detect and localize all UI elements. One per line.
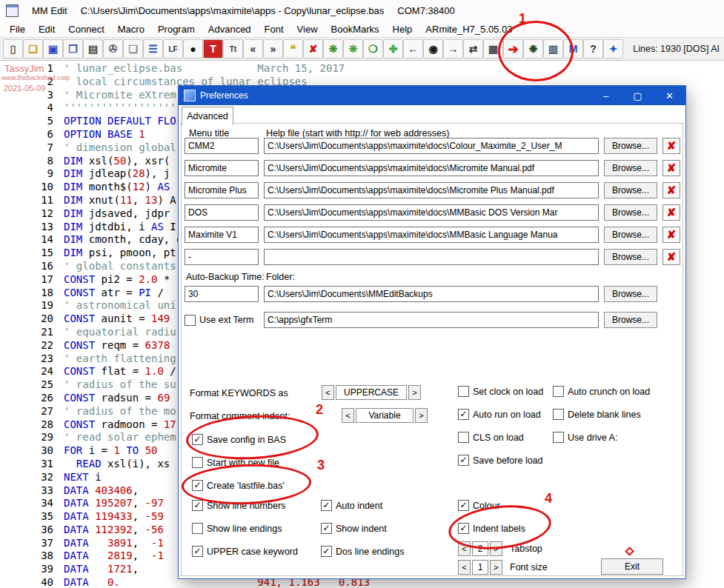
format-keywords-spinner-decrement-button[interactable]: < — [322, 385, 334, 400]
backup-time-input[interactable]: 30 — [185, 286, 259, 302]
help-file-input-5[interactable]: C:\Users\Jim\Documents\apps\maximite\doc… — [264, 227, 599, 243]
remove-doc-button-6[interactable]: ✘ — [662, 249, 680, 265]
doc-row-1: CMM2C:\Users\Jim\Documents\apps\maximite… — [185, 138, 680, 154]
record-dot-icon[interactable]: ● — [183, 39, 203, 59]
set-clock-on-load-checkbox[interactable]: Set clock on load — [458, 386, 543, 397]
tab-advanced[interactable]: Advanced — [182, 107, 233, 125]
font-size-spinner-decrement-button[interactable]: < — [458, 560, 471, 575]
font-case-icon[interactable]: Tt — [223, 39, 243, 59]
auto-crunch-on-load-checkbox[interactable]: Auto crunch on load — [553, 386, 650, 397]
remove-doc-button-4[interactable]: ✘ — [662, 204, 680, 221]
menu-title-input-6[interactable]: - — [185, 249, 259, 265]
maximize-button[interactable]: ▢ — [622, 86, 654, 105]
menu-item-armite-h7-5-05-03[interactable]: ARmite_H7_5.05.03 — [419, 24, 519, 35]
run-terminal-icon[interactable]: ✦ — [603, 39, 623, 59]
code-text: CONST radsun = 69 — [61, 392, 170, 405]
browse-button-5[interactable]: Browse... — [604, 227, 657, 243]
comment-icon[interactable]: ❝ — [283, 39, 303, 59]
menu-title-input-1[interactable]: CMM2 — [185, 138, 259, 154]
browse-button-4[interactable]: Browse... — [604, 204, 657, 221]
cls-on-load-checkbox[interactable]: CLS on load — [458, 432, 524, 443]
help-file-input-6[interactable] — [264, 249, 599, 265]
menu-item-bookmarks[interactable]: BookMarks — [325, 24, 386, 35]
forward-arrow-icon[interactable]: → — [443, 39, 463, 59]
line-number: 13 — [0, 221, 61, 234]
upper-case-keyword-checkbox[interactable]: ✓UPPER case keyword — [192, 546, 298, 557]
list-icon[interactable]: ☰ — [143, 39, 163, 59]
find-icon[interactable]: ❍ — [363, 39, 383, 59]
font-size-spinner-increment-button[interactable]: > — [490, 560, 502, 575]
menu-item-advanced[interactable]: Advanced — [202, 24, 258, 35]
menu-title-input-3[interactable]: Micromite Plus — [185, 182, 259, 198]
debug-icon[interactable]: ❊ — [323, 39, 343, 59]
dos-line-endings-checkbox[interactable]: ✓Dos line endings — [321, 546, 404, 557]
use-drive-a-checkbox[interactable]: Use drive A: — [553, 432, 617, 443]
debug-step-icon[interactable]: ❊ — [343, 39, 363, 59]
watch-icon[interactable]: ✤ — [383, 39, 403, 59]
remove-doc-button-3[interactable]: ✘ — [662, 182, 680, 198]
outdent-icon[interactable]: « — [243, 39, 263, 59]
menu-title-input-2[interactable]: Micromite — [185, 160, 259, 176]
save-icon[interactable]: ▣ — [43, 39, 63, 59]
print-icon[interactable]: ▤ — [83, 39, 103, 59]
code-text: CONST aunit = 149 — [61, 313, 170, 326]
help-file-input-1[interactable]: C:\Users\Jim\Documents\apps\maximite\doc… — [264, 138, 599, 154]
help-file-input-2[interactable]: C:\Users\Jim\Documents\apps\maximite\doc… — [264, 160, 599, 176]
breakpoint-icon[interactable]: ◉ — [423, 39, 443, 59]
open-file-icon[interactable]: ❏ — [23, 39, 43, 59]
menu-item-edit[interactable]: Edit — [32, 24, 62, 35]
menu-title-input-4[interactable]: DOS — [185, 204, 259, 221]
browse-button-6[interactable]: Browse... — [604, 249, 657, 265]
menu-title-input-5[interactable]: Maximite V1 — [185, 227, 259, 243]
browse-button-2[interactable]: Browse... — [604, 160, 657, 176]
browse-button-3[interactable]: Browse... — [604, 182, 657, 198]
menu-item-help[interactable]: Help — [386, 24, 419, 35]
doc-row-6: -Browse...✘ — [185, 249, 680, 265]
new-file-icon[interactable]: ▯ — [3, 39, 23, 59]
back-arrow-icon[interactable]: ← — [403, 39, 423, 59]
indent-icon[interactable]: » — [263, 39, 283, 59]
help-icon[interactable]: ? — [583, 39, 603, 59]
editor-line[interactable]: 1' lunar_eclipse.bas March 15, 2017 — [0, 62, 724, 76]
comment-indent-spinner-increment-button[interactable]: > — [415, 408, 428, 423]
delete-blank-lines-checkbox[interactable]: Delete blank lines — [553, 409, 641, 420]
backup-folder-input[interactable]: C:\Users\Jim\Documents\MMEditBackups — [264, 286, 599, 302]
menu-item-view[interactable]: View — [290, 24, 325, 35]
line-number: 18 — [0, 287, 61, 300]
use-ext-term-checkbox[interactable]: Use ext Term — [185, 315, 259, 326]
auto-indent-checkbox[interactable]: ✓Auto indent — [321, 500, 382, 511]
show-line-endings-checkbox[interactable]: Show line endings — [192, 523, 282, 534]
auto-run-on-load-checkbox[interactable]: ✓Auto run on load — [458, 409, 541, 420]
annotation-number-2: 2 — [316, 402, 323, 418]
ext-term-browse-button[interactable]: Browse... — [604, 312, 657, 328]
menu-item-file[interactable]: File — [3, 24, 32, 35]
font-color-icon[interactable]: T — [203, 39, 223, 59]
copy-icon[interactable]: ❑ — [123, 39, 143, 59]
help-file-input-4[interactable]: C:\Users\Jim\Documents\apps\maximite\doc… — [264, 204, 599, 221]
delete-line-icon[interactable]: ✘ — [303, 39, 323, 59]
attach-icon[interactable]: ✇ — [103, 39, 123, 59]
swap-icon[interactable]: ⇄ — [463, 39, 483, 59]
code-text: DIM xsl(50), xsr( — [61, 155, 170, 168]
remove-doc-button-1[interactable]: ✘ — [662, 138, 680, 154]
remove-doc-button-2[interactable]: ✘ — [662, 160, 680, 176]
save-before-load-checkbox[interactable]: ✓Save before load — [458, 455, 543, 466]
menu-item-connect[interactable]: Connect — [62, 24, 110, 35]
menu-item-macro[interactable]: Macro — [111, 24, 151, 35]
line-ending-lf-icon[interactable]: LF — [163, 39, 183, 59]
code-text: ' astronomical uni — [61, 299, 176, 313]
format-keywords-spinner-increment-button[interactable]: > — [408, 385, 421, 400]
exit-button[interactable]: Exit — [601, 558, 663, 575]
comment-indent-spinner-decrement-button[interactable]: < — [342, 408, 354, 423]
minimize-button[interactable]: – — [590, 86, 622, 105]
backup-browse-button[interactable]: Browse... — [604, 286, 657, 302]
show-indent-checkbox[interactable]: ✓Show indent — [321, 523, 387, 534]
close-button[interactable]: ✕ — [654, 86, 685, 105]
menu-item-font[interactable]: Font — [258, 24, 290, 35]
browse-button-1[interactable]: Browse... — [604, 138, 657, 154]
remove-doc-button-5[interactable]: ✘ — [662, 227, 680, 243]
save-all-icon[interactable]: ❐ — [63, 39, 83, 59]
help-file-input-3[interactable]: C:\Users\Jim\Documents\apps\maximite\doc… — [264, 182, 599, 198]
menu-item-program[interactable]: Program — [151, 24, 202, 35]
ext-term-path-input[interactable]: C:\apps\gfxTerm — [264, 312, 599, 328]
